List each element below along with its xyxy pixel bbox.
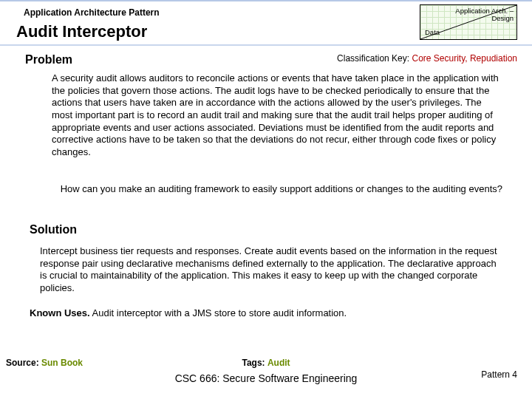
badge-bottom-left: Data bbox=[425, 28, 440, 36]
section-heading-problem: Problem bbox=[25, 53, 72, 66]
tags-value: Audit bbox=[267, 358, 290, 368]
classification-key: Classification Key: Core Security, Repud… bbox=[337, 53, 517, 64]
badge-tr-line2: Design bbox=[491, 14, 514, 22]
known-uses-text: Audit interceptor with a JMS store to st… bbox=[92, 307, 347, 318]
page-title: Audit Interceptor bbox=[16, 22, 147, 41]
known-uses-label: Known Uses. bbox=[30, 307, 90, 318]
section-heading-solution: Solution bbox=[30, 223, 77, 236]
slide: Application Architecture Pattern Audit I… bbox=[0, 0, 532, 399]
course-footer: CSC 666: Secure Software Engineering bbox=[0, 372, 532, 384]
known-uses: Known Uses. Audit interceptor with a JMS… bbox=[30, 307, 502, 318]
tags: Tags: Audit bbox=[0, 358, 532, 368]
top-rule bbox=[0, 0, 532, 1]
title-rule bbox=[0, 44, 532, 46]
classification-value: Core Security, Repudiation bbox=[412, 53, 517, 64]
badge-top-right: Application Arch. – Design bbox=[455, 7, 514, 23]
problem-question: How can you make an auditing framework t… bbox=[40, 183, 502, 196]
problem-body: A security audit allows auditors to reco… bbox=[52, 72, 502, 158]
eyebrow-text: Application Architecture Pattern bbox=[24, 7, 160, 18]
solution-body: Intercept business tier requests and res… bbox=[40, 245, 502, 295]
classification-label: Classification Key: bbox=[337, 53, 409, 64]
category-badge: Application Arch. – Design Data bbox=[420, 4, 517, 40]
badge-tr-line1: Application Arch. – bbox=[455, 7, 514, 15]
pattern-number: Pattern 4 bbox=[481, 369, 517, 380]
tags-label: Tags: bbox=[242, 358, 265, 368]
